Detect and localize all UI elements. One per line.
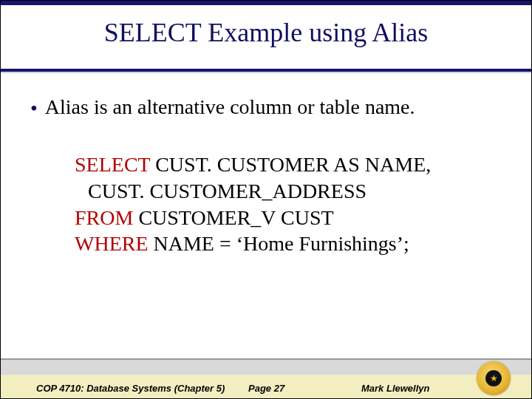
bullet-text: Alias is an alternative column or table … xyxy=(45,95,415,119)
footer-author: Mark Llewellyn xyxy=(361,383,429,394)
sql-block: SELECT CUST. CUSTOMER AS NAME, CUST. CUS… xyxy=(75,151,502,257)
bullet-icon: • xyxy=(30,95,38,119)
sql-line-4-rest: NAME = ‘Home Furnishings’; xyxy=(149,232,409,255)
sql-line-1-rest: CUST. CUSTOMER AS NAME, xyxy=(150,153,431,176)
footer-page: Page 27 xyxy=(248,383,284,394)
footer-course: COP 4710: Database Systems (Chapter 5) xyxy=(36,383,225,394)
sql-keyword-select: SELECT xyxy=(75,153,150,176)
title-area: SELECT Example using Alias xyxy=(1,1,531,73)
sql-line-2: CUST. CUSTOMER_ADDRESS xyxy=(75,178,502,205)
ucf-logo-inner: ★ xyxy=(485,370,502,386)
sql-line-1: SELECT CUST. CUSTOMER AS NAME, xyxy=(75,151,502,178)
body-area: • Alias is an alternative column or tabl… xyxy=(30,95,502,257)
ucf-logo-icon: ★ xyxy=(477,361,511,395)
footer-bar: COP 4710: Database Systems (Chapter 5) P… xyxy=(1,358,531,398)
slide: SELECT Example using Alias • Alias is an… xyxy=(0,0,532,399)
sql-line-3-rest: CUSTOMER_V CUST xyxy=(133,206,333,229)
bullet-item: • Alias is an alternative column or tabl… xyxy=(30,95,502,119)
title-rule-shadow xyxy=(1,72,531,73)
sql-line-3: FROM CUSTOMER_V CUST xyxy=(75,205,502,231)
slide-title: SELECT Example using Alias xyxy=(1,17,531,48)
sql-keyword-where: WHERE xyxy=(75,232,149,255)
star-icon: ★ xyxy=(490,374,498,383)
sql-keyword-from: FROM xyxy=(75,206,133,229)
sql-line-4: WHERE NAME = ‘Home Furnishings’; xyxy=(75,231,502,257)
